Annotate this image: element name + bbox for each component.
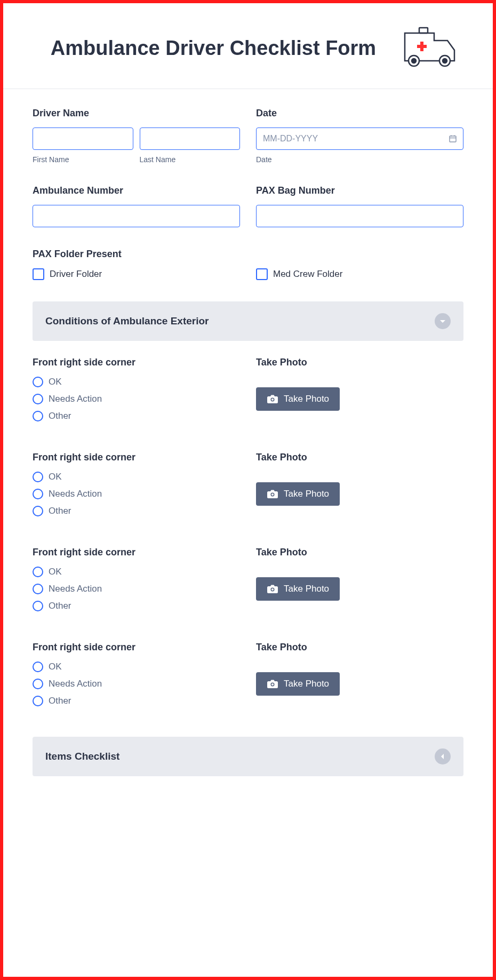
radio-other-label: Other xyxy=(49,601,71,611)
take-photo-button-label: Take Photo xyxy=(284,584,329,594)
radio-needs-action[interactable] xyxy=(33,679,43,689)
condition-question: Front right side corner xyxy=(33,642,240,653)
svg-point-2 xyxy=(412,59,416,63)
take-photo-button-label: Take Photo xyxy=(284,394,329,404)
radio-ok-label: OK xyxy=(49,377,62,387)
page-title: Ambulance Driver Checklist Form xyxy=(35,36,397,61)
radio-ok[interactable] xyxy=(33,377,43,387)
last-name-sublabel: Last Name xyxy=(140,155,241,164)
camera-icon xyxy=(267,489,278,499)
take-photo-label: Take Photo xyxy=(256,357,463,368)
radio-needs-action[interactable] xyxy=(33,489,43,499)
take-photo-button[interactable]: Take Photo xyxy=(256,672,340,696)
take-photo-button[interactable]: Take Photo xyxy=(256,577,340,601)
take-photo-button-label: Take Photo xyxy=(284,679,329,689)
med-crew-label: Med Crew Folder xyxy=(273,269,342,280)
radio-other[interactable] xyxy=(33,696,43,706)
driver-folder-checkbox[interactable] xyxy=(33,268,44,280)
section-items: Items Checklist xyxy=(33,737,463,776)
radio-ok-label: OK xyxy=(49,662,62,672)
radio-other-label: Other xyxy=(49,411,71,421)
condition-question: Front right side corner xyxy=(33,357,240,368)
radio-ok[interactable] xyxy=(33,567,43,577)
svg-rect-5 xyxy=(450,136,456,142)
radio-needs-action[interactable] xyxy=(33,394,43,404)
radio-needs-label: Needs Action xyxy=(49,394,102,404)
radio-ok[interactable] xyxy=(33,662,43,672)
condition-question: Front right side corner xyxy=(33,452,240,463)
last-name-input[interactable] xyxy=(140,128,241,150)
ambulance-number-label: Ambulance Number xyxy=(33,185,240,196)
chevron-left-icon xyxy=(439,753,446,760)
pax-folder-label: PAX Folder Present xyxy=(33,249,463,260)
radio-other[interactable] xyxy=(33,411,43,421)
collapse-button[interactable] xyxy=(435,748,451,764)
take-photo-button[interactable]: Take Photo xyxy=(256,482,340,506)
condition-question: Front right side corner xyxy=(33,547,240,558)
date-sublabel: Date xyxy=(256,155,463,164)
calendar-icon xyxy=(449,134,457,143)
chevron-down-icon xyxy=(439,317,446,325)
driver-name-label: Driver Name xyxy=(33,108,240,119)
collapse-button[interactable] xyxy=(435,313,451,329)
ambulance-icon xyxy=(397,25,461,73)
radio-needs-label: Needs Action xyxy=(49,489,102,499)
take-photo-label: Take Photo xyxy=(256,547,463,558)
first-name-sublabel: First Name xyxy=(33,155,133,164)
form-header: Ambulance Driver Checklist Form xyxy=(3,3,493,89)
svg-point-14 xyxy=(271,588,274,591)
radio-needs-label: Needs Action xyxy=(49,584,102,594)
camera-icon xyxy=(267,394,278,404)
take-photo-label: Take Photo xyxy=(256,642,463,653)
radio-other-label: Other xyxy=(49,506,71,516)
pax-bag-input[interactable] xyxy=(256,205,463,227)
camera-icon xyxy=(267,679,278,689)
svg-point-4 xyxy=(443,59,447,63)
date-input[interactable] xyxy=(256,128,463,150)
section-items-title: Items Checklist xyxy=(45,751,119,762)
driver-folder-label: Driver Folder xyxy=(50,269,102,280)
radio-other[interactable] xyxy=(33,506,43,516)
ambulance-number-input[interactable] xyxy=(33,205,240,227)
section-exterior-title: Conditions of Ambulance Exterior xyxy=(45,315,209,327)
section-exterior: Conditions of Ambulance Exterior xyxy=(33,301,463,341)
first-name-input[interactable] xyxy=(33,128,133,150)
camera-icon xyxy=(267,584,278,594)
radio-ok[interactable] xyxy=(33,472,43,482)
radio-needs-label: Needs Action xyxy=(49,679,102,689)
date-label: Date xyxy=(256,108,463,119)
radio-needs-action[interactable] xyxy=(33,584,43,594)
radio-other[interactable] xyxy=(33,601,43,611)
take-photo-label: Take Photo xyxy=(256,452,463,463)
radio-other-label: Other xyxy=(49,696,71,706)
take-photo-button-label: Take Photo xyxy=(284,489,329,499)
radio-ok-label: OK xyxy=(49,567,62,577)
svg-rect-0 xyxy=(419,28,428,33)
take-photo-button[interactable]: Take Photo xyxy=(256,387,340,411)
svg-point-16 xyxy=(271,683,274,686)
svg-point-12 xyxy=(271,493,274,496)
radio-ok-label: OK xyxy=(49,472,62,482)
svg-point-10 xyxy=(271,399,274,401)
med-crew-checkbox[interactable] xyxy=(256,268,268,280)
pax-bag-label: PAX Bag Number xyxy=(256,185,463,196)
